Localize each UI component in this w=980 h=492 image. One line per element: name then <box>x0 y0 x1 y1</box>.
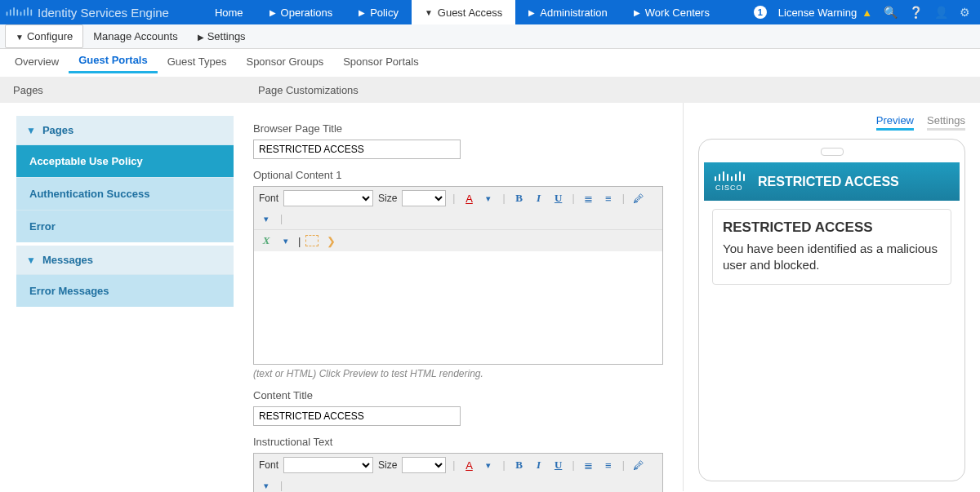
caret-right-icon: ▶ <box>634 8 640 17</box>
subnav-primary: ▼Configure Manage Accounts ▶Settings <box>0 24 980 49</box>
warning-icon: ▲ <box>862 7 872 19</box>
cisco-logo: CISCO <box>712 169 750 194</box>
user-icon[interactable]: 👤 <box>934 6 948 19</box>
select-font[interactable] <box>283 190 373 206</box>
subnav-manage-accounts[interactable]: Manage Accounts <box>83 25 187 47</box>
caret-down-icon[interactable]: ▾ <box>278 233 293 248</box>
bold-icon[interactable]: B <box>512 458 527 472</box>
preview-card-body: You have been identified as a malicious … <box>723 241 941 274</box>
page-item-authentication-success[interactable]: Authentication Success <box>16 177 234 210</box>
editor-toolbar: Font Size | A▾ | B I U | ≣ ≡ | 🖉▾ | <box>254 454 662 492</box>
cisco-logo <box>5 4 33 20</box>
tab-sponsor-groups[interactable]: Sponsor Groups <box>236 51 333 73</box>
page-item-error[interactable]: Error <box>16 210 234 242</box>
nav-policy[interactable]: ▶Policy <box>345 0 412 24</box>
subnav-settings[interactable]: ▶Settings <box>188 25 256 47</box>
section-header-customizations: Page Customizations <box>245 84 372 96</box>
tab-guest-portals[interactable]: Guest Portals <box>69 49 158 73</box>
preview-card-title: RESTRICTED ACCESS <box>723 219 941 236</box>
preview-card: RESTRICTED ACCESS You have been identifi… <box>712 209 951 285</box>
tab-guest-types[interactable]: Guest Types <box>158 51 237 73</box>
underline-icon[interactable]: U <box>551 458 566 472</box>
customization-form: Browser Page Title Optional Content 1 Fo… <box>234 103 683 492</box>
preview-pane: Preview Settings CISCO R <box>683 103 980 491</box>
link-icon[interactable]: 🖉 <box>631 191 646 206</box>
italic-icon[interactable]: I <box>532 191 546 206</box>
caret-right-icon: ▶ <box>198 33 204 42</box>
phone-frame: CISCO RESTRICTED ACCESS RESTRICTED ACCES… <box>698 139 965 481</box>
nav-administration[interactable]: ▶Administration <box>515 0 620 24</box>
caret-down-icon[interactable]: ▾ <box>481 191 496 206</box>
preview-tab-preview[interactable]: Preview <box>876 114 914 131</box>
fullscreen-icon[interactable] <box>305 235 318 246</box>
tab-sponsor-portals[interactable]: Sponsor Portals <box>333 51 429 73</box>
caret-down-icon[interactable]: ▾ <box>259 211 274 226</box>
caret-right-icon: ▶ <box>270 8 276 17</box>
label-content-title: Content Title <box>253 389 663 401</box>
caret-down-icon: ▼ <box>425 8 433 17</box>
nav-operations[interactable]: ▶Operations <box>256 0 346 24</box>
top-nav: Home ▶Operations ▶Policy ▼Guest Access ▶… <box>202 0 723 24</box>
ordered-list-icon[interactable]: ≡ <box>601 458 616 472</box>
clear-format-icon[interactable]: X <box>259 233 274 248</box>
preview-banner: CISCO RESTRICTED ACCESS <box>704 162 960 201</box>
label-instructional-text: Instructional Text <box>253 436 663 448</box>
help-icon[interactable]: ❔ <box>909 6 923 19</box>
italic-icon[interactable]: I <box>532 458 546 472</box>
nav-work-centers[interactable]: ▶Work Centers <box>621 0 723 24</box>
ordered-list-icon[interactable]: ≡ <box>601 191 616 206</box>
select-font[interactable] <box>283 457 373 473</box>
input-browser-title[interactable] <box>253 140 461 159</box>
phone-notch <box>821 148 844 156</box>
label-size: Size <box>378 459 397 471</box>
text-color-icon[interactable]: A <box>461 191 476 206</box>
source-icon[interactable]: ❯ <box>323 233 338 248</box>
editor-toolbar-2: X▾ | ❯ <box>254 229 662 251</box>
page-item-error-messages[interactable]: Error Messages <box>16 274 234 307</box>
subnav-secondary: Overview Guest Portals Guest Types Spons… <box>0 49 980 73</box>
editor-body-optional-1[interactable] <box>254 251 662 364</box>
page-item-acceptable-use-policy[interactable]: Acceptable Use Policy <box>16 144 234 177</box>
label-size: Size <box>378 193 397 204</box>
subnav-configure[interactable]: ▼Configure <box>5 24 83 48</box>
preview-tab-settings[interactable]: Settings <box>927 114 965 131</box>
link-icon[interactable]: 🖉 <box>631 458 646 472</box>
underline-icon[interactable]: U <box>551 191 566 206</box>
preview-banner-text: RESTRICTED ACCESS <box>758 175 899 189</box>
gear-icon[interactable]: ⚙ <box>960 6 970 19</box>
unordered-list-icon[interactable]: ≣ <box>581 191 596 206</box>
select-size[interactable] <box>402 457 446 473</box>
label-font: Font <box>259 459 278 471</box>
tab-overview[interactable]: Overview <box>5 51 69 73</box>
svg-text:CISCO: CISCO <box>715 184 743 192</box>
caret-down-icon: ▼ <box>16 33 24 42</box>
label-browser-title: Browser Page Title <box>253 122 663 135</box>
caret-down-icon[interactable]: ▾ <box>259 478 274 492</box>
group-pages[interactable]: ▼Pages <box>16 116 234 144</box>
group-messages[interactable]: ▼Messages <box>16 246 234 274</box>
label-optional-content-1: Optional Content 1 <box>253 169 663 181</box>
left-sidebar: ▼Pages Acceptable Use Policy Authenticat… <box>0 103 234 320</box>
caret-right-icon: ▶ <box>359 8 365 17</box>
label-font: Font <box>259 193 278 204</box>
app-title: Identity Services Engine <box>38 6 169 20</box>
chevron-down-icon: ▼ <box>26 255 36 266</box>
license-warning[interactable]: License Warning▲ <box>778 7 872 19</box>
caret-down-icon[interactable]: ▾ <box>481 458 496 472</box>
select-size[interactable] <box>402 190 446 206</box>
caret-right-icon: ▶ <box>528 8 535 17</box>
nav-guest-access[interactable]: ▼Guest Access <box>412 0 515 24</box>
section-header-row: Pages Page Customizations <box>0 77 980 103</box>
section-header-pages: Pages <box>0 84 245 96</box>
unordered-list-icon[interactable]: ≣ <box>581 458 596 472</box>
text-color-icon[interactable]: A <box>461 458 476 472</box>
search-icon[interactable]: 🔍 <box>884 6 898 19</box>
nav-home[interactable]: Home <box>202 0 256 24</box>
editor-instructional-text: Font Size | A▾ | B I U | ≣ ≡ | 🖉▾ | X▾ | <box>253 453 663 492</box>
chevron-down-icon: ▼ <box>26 125 36 136</box>
top-bar: Identity Services Engine Home ▶Operation… <box>0 0 980 24</box>
bold-icon[interactable]: B <box>512 191 527 206</box>
notification-badge[interactable]: 1 <box>754 6 767 19</box>
editor-toolbar: Font Size | A▾ | B I U | ≣ ≡ | 🖉▾ | <box>254 187 662 229</box>
input-content-title[interactable] <box>253 406 461 426</box>
